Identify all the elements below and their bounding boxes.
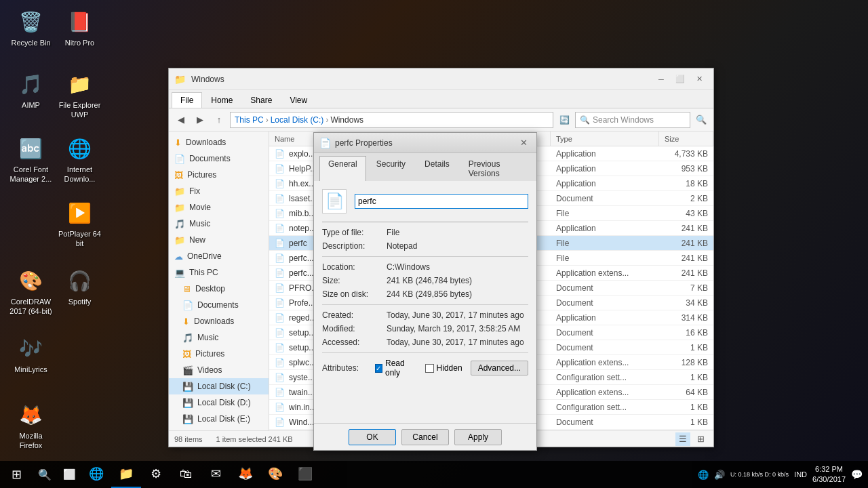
file-type-icon: 📄 (275, 268, 285, 278)
dialog-close-button[interactable]: ✕ (516, 136, 531, 150)
ribbon-tab-view[interactable]: View (281, 92, 316, 108)
clock-date: 6/30/2017 (812, 474, 846, 485)
breadcrumb-local-disk[interactable]: Local Disk (C:) (271, 115, 324, 125)
nitro-pro-icon: 📕 (66, 8, 94, 35)
sidebar-item-new[interactable]: 📁 New (169, 232, 269, 248)
taskbar-settings-button[interactable]: ⚙ (141, 461, 171, 488)
ribbon-tab-home[interactable]: Home (202, 92, 241, 108)
nav-back-button[interactable]: ◀ (173, 112, 189, 128)
videos-icon: 🎬 (182, 365, 193, 375)
file-name: hh.ex... (289, 179, 315, 188)
file-name: perfc... (289, 253, 314, 263)
sidebar-item-local-disk-e[interactable]: 💾 Local Disk (E:) (169, 411, 269, 427)
sidebar-item-local-disk-c[interactable]: 💾 Local Disk (C:) (169, 378, 269, 394)
apply-button[interactable]: Apply (454, 429, 502, 445)
advanced-button[interactable]: Advanced... (471, 361, 528, 375)
desktop-icon-recycle-bin[interactable]: 🗑️ Recycle Bin (5, 5, 56, 50)
task-view-button[interactable]: ⬜ (57, 461, 81, 488)
sidebar-item-pictures2[interactable]: 🖼 Pictures (169, 346, 269, 362)
filename-input[interactable] (355, 194, 528, 209)
taskbar-terminal-button[interactable]: ⬛ (290, 461, 320, 488)
start-button[interactable]: ⊞ (0, 461, 33, 488)
search-box[interactable]: 🔍 Search Windows (575, 112, 690, 128)
taskbar-search-button[interactable]: 🔍 (33, 461, 57, 488)
tiles-view-button[interactable]: ⊞ (693, 432, 708, 446)
restore-button[interactable]: ⬜ (671, 72, 689, 87)
sidebar-item-downloads2[interactable]: ⬇ Downloads (169, 313, 269, 329)
taskbar: ⊞ 🔍 ⬜ 🌐 📁 ⚙ 🛍 ✉ 🦊 🎨 ⬛ 🌐 🔊 U: 0.18 kb/s D… (0, 461, 868, 488)
taskbar-photoshop-button[interactable]: 🎨 (260, 461, 290, 488)
nav-forward-button[interactable]: ▶ (192, 112, 208, 128)
column-type[interactable]: Type (551, 131, 659, 146)
details-view-button[interactable]: ☰ (675, 432, 690, 446)
minimize-button[interactable]: ─ (652, 72, 670, 87)
desktop-icon-mini-lyrics[interactable]: 🎶 MiniLyrics (5, 332, 56, 377)
read-only-checkbox[interactable]: ✓ (375, 364, 382, 373)
refresh-button[interactable]: 🔄 (556, 112, 572, 128)
desktop-icon-corel-font[interactable]: 🔤 Corel Font Manager 2... (5, 132, 56, 187)
music2-icon: 🎵 (182, 333, 193, 343)
potplayer-label: PotPlayer 64 bit (57, 229, 102, 249)
this-pc-icon: 💻 (174, 268, 185, 278)
nav-up-button[interactable]: ↑ (211, 112, 227, 128)
tab-security[interactable]: Security (368, 156, 414, 181)
close-button[interactable]: ✕ (690, 72, 708, 87)
ok-button[interactable]: OK (349, 429, 396, 445)
sidebar-item-videos[interactable]: 🎬 Videos (169, 362, 269, 378)
sidebar-item-fix[interactable]: 📁 Fix (169, 183, 269, 199)
taskbar-firefox-taskbar-button[interactable]: 🦊 (231, 461, 260, 488)
search-button[interactable]: 🔍 (693, 112, 709, 128)
sidebar-item-music[interactable]: 🎵 Music (169, 216, 269, 232)
sidebar-item-onedrive[interactable]: ☁ OneDrive (169, 248, 269, 264)
spotify-label: Spotify (68, 297, 92, 306)
file-name: perfc (289, 239, 307, 248)
tab-general[interactable]: General (319, 156, 366, 181)
sidebar-item-documents2[interactable]: 📄 Documents (169, 297, 269, 313)
taskbar-store-button[interactable]: 🛍 (171, 461, 201, 488)
file-type-icon: 📄 (275, 179, 285, 188)
notification-icon[interactable]: 💬 (851, 469, 863, 480)
taskbar-mail-button[interactable]: ✉ (201, 461, 231, 488)
sidebar-item-music2-label: Music (197, 333, 218, 342)
created-value: Today, June 30, 2017, 17 minutes ago (387, 310, 528, 320)
desktop-icon-mozilla-firefox[interactable]: 🦊 Mozilla Firefox (5, 399, 56, 453)
desktop-icon-aimp[interactable]: 🎵 AIMP (5, 68, 56, 113)
breadcrumb[interactable]: This PC › Local Disk (C:) › Windows (230, 112, 553, 128)
hidden-checkbox-item[interactable]: Hidden (425, 363, 462, 373)
ribbon-tab-share[interactable]: Share (241, 92, 281, 108)
sidebar-item-documents[interactable]: 📄 Documents (169, 150, 269, 167)
cancel-button[interactable]: Cancel (401, 429, 449, 445)
taskbar-file-explorer-button[interactable]: 📁 (111, 461, 141, 488)
file-type-icon: 📄 (275, 239, 285, 248)
column-size[interactable]: Size (659, 131, 713, 146)
ribbon-tab-file[interactable]: File (172, 92, 202, 108)
tab-details[interactable]: Details (416, 156, 458, 181)
desktop-icon-potplayer[interactable]: ▶️ PotPlayer 64 bit (54, 197, 105, 251)
desktop-icon-corel-draw[interactable]: 🎨 CorelDRAW 2017 (64-bit) (5, 264, 56, 319)
sidebar-item-desktop[interactable]: 🖥 Desktop (169, 281, 269, 297)
desktop-icon-file-explorer-uwp[interactable]: 📁 File Explorer UWP (54, 68, 105, 123)
sidebar-item-downloads[interactable]: ⬇ Downloads (169, 134, 269, 150)
internet-downlo-icon: 🌐 (66, 135, 94, 162)
tab-previous-versions[interactable]: Previous Versions (460, 156, 531, 181)
desktop-icon-internet-downlo[interactable]: 🌐 Internet Downlo... (54, 132, 105, 187)
documents-icon: 📄 (174, 154, 185, 164)
file-type-icon: 📄 (275, 358, 285, 367)
row-accessed: Accessed: Today, June 30, 2017, 17 minut… (322, 338, 528, 347)
hidden-checkbox[interactable] (425, 364, 434, 373)
read-only-checkbox-item[interactable]: ✓ Read only (375, 359, 417, 378)
desktop-icon-nitro-pro[interactable]: 📕 Nitro Pro (54, 5, 105, 50)
sidebar-item-local-disk-d[interactable]: 💾 Local Disk (D:) (169, 394, 269, 411)
taskbar-edge-button[interactable]: 🌐 (81, 461, 111, 488)
file-type-cell: Document (551, 415, 659, 429)
description-label: Description: (322, 241, 387, 251)
file-size-cell: 241 KB (659, 266, 713, 280)
sidebar-item-music2[interactable]: 🎵 Music (169, 329, 269, 346)
sidebar-item-movie[interactable]: 📁 Movie (169, 199, 269, 216)
location-label: Location: (322, 262, 387, 272)
sidebar-item-pictures[interactable]: 🖼 Pictures (169, 167, 269, 183)
sidebar-item-this-pc[interactable]: 💻 This PC (169, 264, 269, 281)
desktop-icon-spotify[interactable]: 🎧 Spotify (54, 264, 105, 309)
breadcrumb-this-pc[interactable]: This PC (235, 115, 264, 125)
pictures-icon: 🖼 (174, 170, 183, 180)
